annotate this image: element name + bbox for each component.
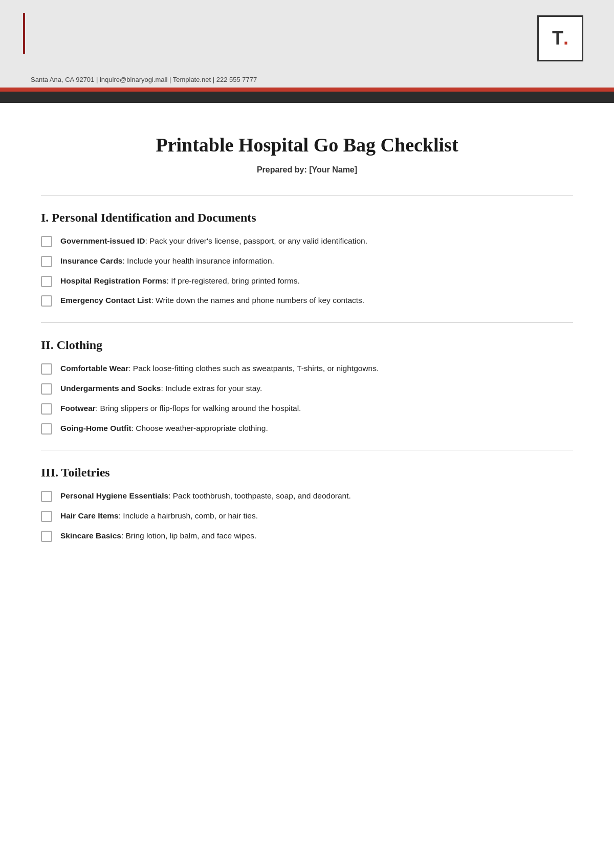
- item-description: : Include your health insurance informat…: [122, 256, 274, 265]
- logo-box: T.: [537, 15, 583, 61]
- item-description: : Bring lotion, lip balm, and face wipes…: [121, 531, 257, 540]
- item-text: Personal Hygiene Essentials: Pack toothb…: [60, 490, 573, 503]
- item-label: Comfortable Wear: [60, 364, 128, 373]
- contact-bar: Santa Ana, CA 92701 | inquire@binaryogi.…: [0, 72, 614, 88]
- section-personal-id: I. Personal Identification and Documents…: [41, 211, 573, 307]
- item-label: Emergency Contact List: [60, 296, 151, 305]
- list-item: Personal Hygiene Essentials: Pack toothb…: [41, 490, 573, 503]
- checkbox[interactable]: [41, 363, 52, 375]
- logo-dot: .: [563, 28, 568, 49]
- red-divider: [0, 88, 614, 92]
- item-label: Government-issued ID: [60, 236, 145, 245]
- item-text: Government-issued ID: Pack your driver's…: [60, 235, 573, 248]
- checkbox[interactable]: [41, 423, 52, 435]
- header-top: T.: [31, 15, 583, 72]
- prepared-by-value: [Your Name]: [309, 165, 357, 174]
- item-text: Going-Home Outfit: Choose weather-approp…: [60, 422, 573, 435]
- divider-2: [41, 322, 573, 323]
- item-text: Undergarments and Socks: Include extras …: [60, 382, 573, 395]
- header: T.: [0, 0, 614, 72]
- left-accent-bar: [23, 13, 25, 54]
- list-item: Skincare Basics: Bring lotion, lip balm,…: [41, 530, 573, 542]
- section-2-title: II. Clothing: [41, 338, 573, 352]
- checkbox[interactable]: [41, 276, 52, 287]
- prepared-by-label: Prepared by:: [257, 165, 307, 174]
- item-label: Personal Hygiene Essentials: [60, 491, 168, 500]
- item-text: Footwear: Bring slippers or flip-flops f…: [60, 402, 573, 415]
- page: T. Santa Ana, CA 92701 | inquire@binaryo…: [0, 0, 614, 868]
- item-label: Skincare Basics: [60, 531, 121, 540]
- item-description: : Pack your driver's license, passport, …: [145, 236, 367, 245]
- item-description: : Include a hairbrush, comb, or hair tie…: [119, 511, 258, 520]
- checkbox[interactable]: [41, 403, 52, 415]
- item-text: Insurance Cards: Include your health ins…: [60, 255, 573, 268]
- list-item: Comfortable Wear: Pack loose-fitting clo…: [41, 362, 573, 375]
- item-description: : Pack loose-fitting clothes such as swe…: [128, 364, 379, 373]
- item-description: : Write down the names and phone numbers…: [151, 296, 364, 305]
- item-text: Skincare Basics: Bring lotion, lip balm,…: [60, 530, 573, 542]
- item-description: : If pre-registered, bring printed forms…: [167, 276, 300, 285]
- prepared-by: Prepared by: [Your Name]: [41, 165, 573, 175]
- checkbox[interactable]: [41, 491, 52, 502]
- item-text: Hospital Registration Forms: If pre-regi…: [60, 275, 573, 288]
- checkbox[interactable]: [41, 236, 52, 247]
- list-item: Emergency Contact List: Write down the n…: [41, 294, 573, 307]
- item-text: Hair Care Items: Include a hairbrush, co…: [60, 510, 573, 523]
- section-3-checklist: Personal Hygiene Essentials: Pack toothb…: [41, 490, 573, 542]
- document-title: Printable Hospital Go Bag Checklist: [41, 134, 573, 156]
- item-label: Undergarments and Socks: [60, 384, 161, 393]
- item-description: : Pack toothbrush, toothpaste, soap, and…: [168, 491, 351, 500]
- logo-letter: T: [552, 28, 563, 49]
- list-item: Undergarments and Socks: Include extras …: [41, 382, 573, 395]
- list-item: Footwear: Bring slippers or flip-flops f…: [41, 402, 573, 415]
- checkbox[interactable]: [41, 511, 52, 522]
- section-toiletries: III. Toiletries Personal Hygiene Essenti…: [41, 466, 573, 542]
- item-text: Emergency Contact List: Write down the n…: [60, 294, 573, 307]
- item-label: Hospital Registration Forms: [60, 276, 167, 285]
- item-description: : Choose weather-appropriate clothing.: [131, 424, 268, 432]
- section-3-title: III. Toiletries: [41, 466, 573, 480]
- checkbox[interactable]: [41, 383, 52, 395]
- item-label: Footwear: [60, 404, 96, 413]
- main-content: Printable Hospital Go Bag Checklist Prep…: [0, 103, 614, 580]
- section-1-checklist: Government-issued ID: Pack your driver's…: [41, 235, 573, 307]
- item-text: Comfortable Wear: Pack loose-fitting clo…: [60, 362, 573, 375]
- list-item: Going-Home Outfit: Choose weather-approp…: [41, 422, 573, 435]
- item-description: : Bring slippers or flip-flops for walki…: [96, 404, 301, 413]
- list-item: Hair Care Items: Include a hairbrush, co…: [41, 510, 573, 523]
- list-item: Hospital Registration Forms: If pre-regi…: [41, 275, 573, 288]
- top-divider: [41, 195, 573, 196]
- contact-info: Santa Ana, CA 92701 | inquire@binaryogi.…: [31, 76, 257, 83]
- section-2-checklist: Comfortable Wear: Pack loose-fitting clo…: [41, 362, 573, 435]
- item-label: Going-Home Outfit: [60, 424, 131, 432]
- section-1-title: I. Personal Identification and Documents: [41, 211, 573, 225]
- item-label: Insurance Cards: [60, 256, 122, 265]
- checkbox[interactable]: [41, 256, 52, 267]
- list-item: Insurance Cards: Include your health ins…: [41, 255, 573, 268]
- list-item: Government-issued ID: Pack your driver's…: [41, 235, 573, 248]
- section-clothing: II. Clothing Comfortable Wear: Pack loos…: [41, 338, 573, 435]
- checkbox[interactable]: [41, 531, 52, 542]
- checkbox[interactable]: [41, 295, 52, 307]
- item-description: : Include extras for your stay.: [161, 384, 262, 393]
- divider-3: [41, 450, 573, 450]
- item-label: Hair Care Items: [60, 511, 119, 520]
- dark-divider: [0, 92, 614, 103]
